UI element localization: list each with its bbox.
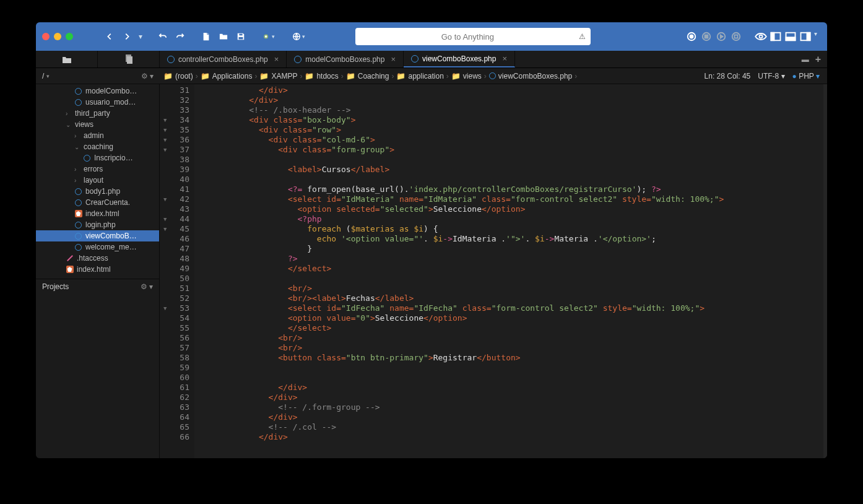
- file-tab[interactable]: modelComboBoxes.php×: [287, 51, 404, 67]
- tree-item[interactable]: CrearCuenta.: [36, 197, 159, 208]
- tree-item[interactable]: usuario_mod…: [36, 97, 159, 108]
- file-tree[interactable]: modelCombo…usuario_mod…›third_party⌄view…: [36, 84, 159, 275]
- tree-label: coaching: [84, 142, 113, 151]
- svg-rect-20: [127, 56, 132, 64]
- breadcrumb-item[interactable]: 📁 views: [451, 72, 482, 80]
- close-icon[interactable]: ×: [274, 54, 279, 64]
- nav-dropdown[interactable]: ▾: [136, 28, 145, 45]
- projects-header[interactable]: Projects ⚙ ▾: [36, 279, 159, 293]
- file-tab[interactable]: viewComboBoxes.php×: [404, 51, 515, 67]
- tree-item[interactable]: login.php: [36, 219, 159, 230]
- files-tab[interactable]: [98, 51, 160, 67]
- gear-icon[interactable]: ⚙ ▾: [141, 282, 153, 291]
- stop-icon[interactable]: [700, 30, 713, 43]
- close-window[interactable]: [42, 33, 50, 40]
- tree-item[interactable]: ›errors: [36, 163, 159, 175]
- svg-point-10: [732, 33, 740, 41]
- gear-icon[interactable]: ⚙ ▾: [141, 72, 154, 80]
- panel-left-icon[interactable]: [770, 30, 782, 43]
- cursor-pos: Ln: 28 Col: 45: [705, 72, 751, 80]
- tree-item[interactable]: modelCombo…: [36, 85, 159, 97]
- gutter: 313233▼34▼35▼36▼3738394041▼4243▼44▼45464…: [160, 84, 194, 458]
- language[interactable]: ● PHP ▾: [792, 72, 820, 80]
- open-button[interactable]: [215, 28, 232, 45]
- breadcrumb-item[interactable]: 📁 (root): [163, 72, 193, 80]
- panel-right-icon[interactable]: [799, 30, 812, 43]
- php-icon: [294, 56, 301, 63]
- record-icon[interactable]: [685, 30, 698, 43]
- app-window: ▾ ▾ ▾ ⚠: [36, 22, 827, 458]
- goto-input[interactable]: [363, 32, 572, 41]
- panel-dropdown[interactable]: ▾: [814, 30, 817, 43]
- svg-rect-11: [734, 35, 737, 38]
- nav-group: ▾ ▾ ▾: [102, 28, 308, 45]
- eye-icon[interactable]: [755, 30, 767, 43]
- tree-label: .htaccess: [77, 254, 108, 263]
- breadcrumb-item[interactable]: 📁 htdocs: [305, 72, 338, 80]
- undo-button[interactable]: [155, 28, 171, 45]
- close-icon[interactable]: ×: [502, 54, 507, 63]
- sidebar-root[interactable]: /: [42, 72, 44, 80]
- breadcrumb-item[interactable]: 📁 XAMPP: [259, 72, 297, 80]
- svg-rect-14: [771, 33, 774, 41]
- redo-button[interactable]: [172, 28, 188, 45]
- tree-item[interactable]: viewComboB…: [36, 230, 159, 241]
- tree-label: Inscripcio…: [94, 154, 133, 162]
- tree-label: modelCombo…: [85, 87, 137, 95]
- browser-preview-button[interactable]: ▾: [288, 28, 308, 45]
- code-area[interactable]: </div> </div> <!-- /.box-header --> <div…: [194, 84, 823, 458]
- breadcrumb-item[interactable]: 📁 Coaching: [346, 72, 389, 80]
- tree-item[interactable]: ⌄coaching: [36, 141, 159, 152]
- tree-item[interactable]: ⌄views: [36, 119, 159, 130]
- editor[interactable]: 313233▼34▼35▼36▼3738394041▼4243▼44▼45464…: [160, 84, 827, 458]
- save-macro-icon[interactable]: [730, 30, 742, 43]
- tree-item[interactable]: welcome_me…: [36, 241, 159, 253]
- file-tab[interactable]: controllerComboBoxes.php×: [160, 51, 287, 67]
- breadcrumb-item[interactable]: 📁 Applications: [201, 72, 253, 80]
- php-icon: [411, 55, 418, 63]
- places-tab[interactable]: [36, 51, 98, 67]
- encoding[interactable]: UTF-8 ▾: [758, 72, 784, 80]
- tree-item[interactable]: .htaccess: [36, 253, 159, 264]
- minimize-window[interactable]: [54, 33, 61, 40]
- php-icon: [167, 56, 175, 63]
- tree-item[interactable]: index.html: [36, 208, 159, 219]
- tree-label: welcome_me…: [85, 243, 137, 251]
- svg-point-6: [690, 35, 693, 38]
- panel-bottom-icon[interactable]: [784, 30, 797, 43]
- svg-rect-8: [705, 35, 708, 38]
- svg-rect-1: [239, 34, 242, 36]
- tree-label: errors: [84, 165, 103, 173]
- goto-search[interactable]: ⚠: [355, 28, 591, 45]
- new-file-button[interactable]: [198, 28, 214, 45]
- tree-item[interactable]: ›layout: [36, 175, 159, 186]
- tree-item[interactable]: Inscripcio…: [36, 152, 159, 163]
- close-icon[interactable]: ×: [391, 54, 396, 64]
- notifications-icon[interactable]: ▬: [802, 55, 809, 64]
- zoom-window[interactable]: [66, 33, 73, 40]
- svg-point-3: [264, 35, 267, 38]
- tab-label: modelComboBoxes.php: [305, 55, 384, 64]
- minimap[interactable]: [823, 84, 827, 458]
- tree-item[interactable]: ›third_party: [36, 108, 159, 119]
- tree-item[interactable]: index.html: [36, 264, 159, 275]
- tree-label: index.html: [77, 265, 111, 274]
- tree-item[interactable]: ›admin: [36, 130, 159, 141]
- breadcrumb-item[interactable]: 📁 application: [396, 72, 443, 80]
- tree-item[interactable]: body1.php: [36, 186, 159, 197]
- new-tab-button[interactable]: +: [815, 54, 821, 65]
- breadcrumb-item[interactable]: viewComboBoxes.php: [489, 72, 572, 80]
- play-icon[interactable]: [715, 30, 727, 43]
- tab-label: controllerComboBoxes.php: [178, 55, 268, 64]
- back-button[interactable]: [102, 28, 118, 45]
- tree-label: views: [75, 120, 93, 129]
- tree-label: usuario_mod…: [85, 98, 136, 106]
- save-button[interactable]: [233, 28, 249, 45]
- svg-point-12: [759, 35, 762, 38]
- forward-button[interactable]: [119, 28, 135, 45]
- warning-icon: ⚠: [579, 32, 586, 41]
- record-macro-button[interactable]: ▾: [259, 28, 279, 45]
- tree-label: viewComboB…: [85, 232, 137, 240]
- right-toolbar: ▾: [682, 30, 821, 43]
- window-controls: [42, 33, 73, 40]
